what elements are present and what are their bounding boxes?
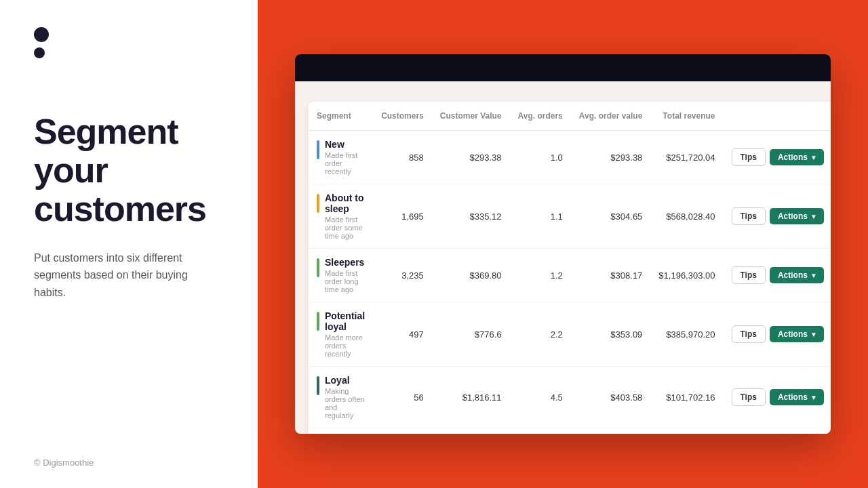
customer-value-5: $1,498.07 — [432, 428, 510, 434]
app-body: Segment Customers Customer Value Avg. or… — [295, 81, 831, 434]
segment-desc-2: Made first order long time ago — [325, 269, 365, 293]
logo-dot-large — [34, 27, 49, 42]
headline: Segment your customers — [34, 113, 224, 229]
table-body: New Made first order recently 858 $293.3… — [309, 131, 831, 434]
segment-label-2: Sleepers — [325, 257, 365, 268]
left-content: Segment your customers Put customers int… — [34, 113, 224, 461]
actions-chevron-0: ▼ — [810, 154, 817, 161]
actions-button-2[interactable]: Actions ▼ — [770, 267, 824, 283]
customers-4: 56 — [373, 367, 432, 428]
table-row: About to sleep Made first order some tim… — [309, 184, 831, 249]
customers-3: 497 — [373, 302, 432, 367]
segment-label-3: Potential loyal — [325, 310, 365, 332]
tips-button-2[interactable]: Tips — [732, 266, 766, 284]
actions-chevron-4: ▼ — [810, 394, 817, 401]
total-revenue-3: $385,970.20 — [650, 302, 723, 367]
app-titlebar — [295, 54, 831, 81]
actions-cell-0: Tips Actions ▼ — [724, 131, 831, 184]
logo — [34, 27, 224, 58]
total-revenue-1: $568,028.40 — [650, 184, 723, 249]
actions-cell-1: Tips Actions ▼ — [724, 184, 831, 249]
subtext: Put customers into six different segment… — [34, 249, 210, 302]
segment-desc-1: Made first order some time ago — [325, 216, 365, 240]
segment-label-4: Loyal — [325, 375, 365, 386]
segment-name-cell-1: About to sleep Made first order some tim… — [309, 184, 373, 249]
actions-chevron-2: ▼ — [810, 272, 817, 279]
avg-orders-5: 3.9 — [510, 428, 571, 434]
app-window: Segment Customers Customer Value Avg. or… — [295, 54, 831, 434]
actions-button-0[interactable]: Actions ▼ — [770, 149, 824, 165]
tips-button-4[interactable]: Tips — [732, 388, 766, 406]
total-revenue-5: $16,478.75 — [650, 428, 723, 434]
customers-5: 11 — [373, 428, 432, 434]
customers-2: 3,235 — [373, 249, 432, 302]
actions-button-4[interactable]: Actions ▼ — [770, 389, 824, 405]
logo-dot-small — [34, 47, 45, 58]
table-row: New Made first order recently 858 $293.3… — [309, 131, 831, 184]
actions-button-1[interactable]: Actions ▼ — [770, 208, 824, 224]
segment-desc-4: Making orders often and regularly — [325, 387, 365, 420]
table-row: Loyal Making orders often and regularly … — [309, 367, 831, 428]
customer-value-1: $335.12 — [432, 184, 510, 249]
avg-orders-3: 2.2 — [510, 302, 571, 367]
tips-button-1[interactable]: Tips — [732, 207, 766, 225]
table-row: Loyal at risk Previously Loyal not order… — [309, 428, 831, 434]
segment-desc-3: Made more orders recently — [325, 333, 365, 358]
actions-cell-3: Tips Actions ▼ — [724, 302, 831, 367]
col-segment: Segment — [309, 102, 373, 131]
total-revenue-2: $1,196,303.00 — [650, 249, 723, 302]
actions-cell-4: Tips Actions ▼ — [724, 367, 831, 428]
segment-name-cell-3: Potential loyal Made more orders recentl… — [309, 302, 373, 367]
avg-order-value-0: $293.38 — [571, 131, 651, 184]
col-customer-value: Customer Value — [432, 102, 510, 131]
col-avg-orders: Avg. orders — [510, 102, 571, 131]
segment-name-cell-0: New Made first order recently — [309, 131, 373, 184]
segment-table: Segment Customers Customer Value Avg. or… — [309, 102, 831, 434]
segment-color-0 — [317, 140, 319, 159]
tips-button-0[interactable]: Tips — [732, 148, 766, 166]
segment-desc-0: Made first order recently — [325, 151, 365, 176]
segment-name-cell-2: Sleepers Made first order long time ago — [309, 249, 373, 302]
col-avg-order-value: Avg. order value — [571, 102, 651, 131]
segment-color-2 — [317, 258, 319, 277]
table-row: Sleepers Made first order long time ago … — [309, 249, 831, 302]
customer-value-0: $293.38 — [432, 131, 510, 184]
table-row: Potential loyal Made more orders recentl… — [309, 302, 831, 367]
col-total-revenue: Total revenue — [650, 102, 723, 131]
total-revenue-4: $101,702.16 — [650, 367, 723, 428]
customer-value-4: $1,816.11 — [432, 367, 510, 428]
segment-name-cell-4: Loyal Making orders often and regularly — [309, 367, 373, 428]
actions-chevron-3: ▼ — [810, 331, 817, 338]
segment-label-1: About to sleep — [325, 192, 365, 214]
customer-value-3: $776.6 — [432, 302, 510, 367]
segment-color-3 — [317, 312, 319, 331]
actions-chevron-1: ▼ — [810, 213, 817, 220]
footer-copyright: © Digismoothie — [34, 458, 94, 468]
customer-value-2: $369.80 — [432, 249, 510, 302]
avg-order-value-2: $308.17 — [571, 249, 651, 302]
actions-button-3[interactable]: Actions ▼ — [770, 326, 824, 342]
total-revenue-0: $251,720.04 — [650, 131, 723, 184]
customers-0: 858 — [373, 131, 432, 184]
segment-color-1 — [317, 194, 319, 213]
col-customers: Customers — [373, 102, 432, 131]
actions-cell-5: Tips Actions ▼ — [724, 428, 831, 434]
avg-orders-4: 4.5 — [510, 367, 571, 428]
avg-orders-1: 1.1 — [510, 184, 571, 249]
left-panel: Segment your customers Put customers int… — [0, 0, 258, 488]
avg-order-value-5: $384.12 — [571, 428, 651, 434]
actions-cell-2: Tips Actions ▼ — [724, 249, 831, 302]
avg-orders-0: 1.0 — [510, 131, 571, 184]
avg-order-value-3: $353.09 — [571, 302, 651, 367]
avg-orders-2: 1.2 — [510, 249, 571, 302]
avg-order-value-4: $403.58 — [571, 367, 651, 428]
segment-name-cell-5: Loyal at risk Previously Loyal not order… — [309, 428, 373, 434]
customers-1: 1,695 — [373, 184, 432, 249]
table-header: Segment Customers Customer Value Avg. or… — [309, 102, 831, 131]
segment-label-0: New — [325, 139, 365, 150]
tips-button-3[interactable]: Tips — [732, 325, 766, 343]
segment-color-4 — [317, 376, 319, 395]
avg-order-value-1: $304.65 — [571, 184, 651, 249]
col-actions-header — [724, 102, 831, 131]
right-panel: Segment Customers Customer Value Avg. or… — [258, 0, 868, 488]
